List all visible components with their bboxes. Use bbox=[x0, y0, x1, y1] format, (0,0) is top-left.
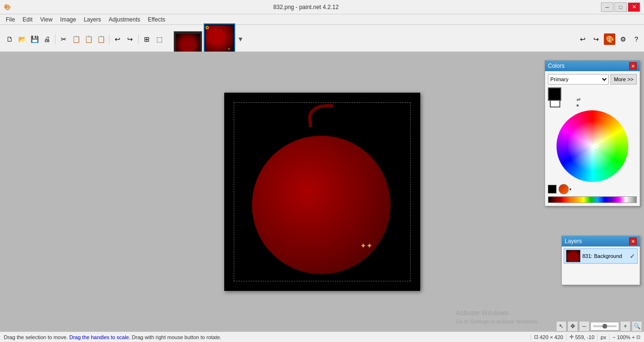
title-bar: 🎨 832.png - paint.net 4.2.12 ─ □ ✕ bbox=[0, 0, 644, 14]
hand-tool-icon[interactable]: ✥ bbox=[568, 321, 578, 331]
zoom-minus-icon[interactable]: − bbox=[612, 334, 615, 340]
menu-adjustments[interactable]: Adjustments bbox=[105, 15, 144, 24]
colors-title-bar[interactable]: Colors ✕ bbox=[545, 61, 640, 71]
color-cursor[interactable] bbox=[594, 144, 599, 149]
color-swatches-row: ⇄ ■ bbox=[548, 87, 637, 107]
status-separator-1 bbox=[531, 334, 531, 341]
toolbar-row: 🗋 📂 💾 🖨 ✂ 📋 📋 📋 ↩ ↪ ⊞ ⬚ ✦ bbox=[0, 25, 644, 53]
undo-history-icon[interactable]: ↩ bbox=[577, 33, 589, 45]
coord-icon: ✛ bbox=[569, 334, 574, 340]
black-color-button[interactable] bbox=[548, 185, 557, 193]
status-hint-part1: Drag the selection to move. bbox=[4, 334, 69, 340]
toolbar-separator-3 bbox=[138, 34, 139, 44]
redo-history-icon[interactable]: ↪ bbox=[590, 33, 602, 45]
swatch-container bbox=[548, 87, 572, 107]
menu-layers[interactable]: Layers bbox=[80, 15, 105, 24]
zoom-slider[interactable] bbox=[590, 322, 619, 331]
title-controls: ─ □ ✕ bbox=[601, 2, 640, 12]
status-unit: px bbox=[600, 334, 606, 340]
thumbnail-strip: ✦ ▾ bbox=[174, 23, 244, 55]
thumbnail-small[interactable] bbox=[174, 31, 202, 55]
settings-icon[interactable]: ⚙ bbox=[617, 33, 629, 45]
tb-open[interactable]: 📂 bbox=[16, 33, 28, 45]
zoom-track bbox=[593, 325, 617, 327]
app-icon: 🎨 bbox=[4, 4, 11, 11]
color-dropdown[interactable]: ▾ bbox=[569, 187, 571, 192]
size-icon: ⊡ bbox=[534, 334, 538, 340]
coord-value: 559, -10 bbox=[575, 334, 594, 340]
tb-ruler[interactable]: ⬚ bbox=[153, 33, 165, 45]
reset-colors-icon[interactable]: ■ bbox=[577, 103, 580, 107]
layer-thumb-visual bbox=[567, 250, 580, 262]
more-button[interactable]: More >> bbox=[611, 74, 637, 85]
menu-edit[interactable]: Edit bbox=[19, 15, 36, 24]
header-right-icons: ↩ ↪ 🎨 ⚙ ? bbox=[577, 33, 642, 45]
tb-new[interactable]: 🗋 bbox=[4, 33, 15, 45]
swatch-controls: ⇄ ■ bbox=[577, 97, 580, 107]
status-hint-part2: Drag the handles to scale. bbox=[69, 334, 132, 340]
color-picker-icon[interactable]: 🎨 bbox=[604, 33, 615, 45]
tb-redo[interactable]: ↪ bbox=[124, 33, 136, 45]
color-wheel[interactable] bbox=[557, 110, 628, 182]
colors-body: Primary Secondary More >> ⇄ ■ ▾ bbox=[545, 71, 640, 206]
thumbnail-active[interactable]: ✦ bbox=[204, 23, 235, 55]
status-coords: ✛ 559, -10 bbox=[569, 334, 594, 340]
size-value: 420 × 420 bbox=[540, 334, 563, 340]
toolbar: 🗋 📂 💾 🖨 ✂ 📋 📋 📋 ↩ ↪ ⊞ ⬚ bbox=[0, 25, 169, 53]
tb-save[interactable]: 💾 bbox=[29, 33, 40, 45]
layers-panel: Layers ✕ 831: Background ✓ bbox=[561, 235, 640, 285]
layers-close-button[interactable]: ✕ bbox=[629, 237, 637, 245]
layers-panel-title: Layers bbox=[565, 238, 582, 245]
minimize-button[interactable]: ─ bbox=[601, 2, 613, 12]
status-size: ⊡ 420 × 420 bbox=[534, 334, 563, 340]
menu-effects[interactable]: Effects bbox=[144, 15, 169, 24]
unit-value: px bbox=[600, 334, 606, 340]
menu-file[interactable]: File bbox=[2, 15, 19, 24]
apple-body bbox=[252, 136, 391, 274]
zoom-fit-status-icon[interactable]: ⊡ bbox=[636, 334, 640, 340]
tb-paste2[interactable]: 📋 bbox=[95, 33, 107, 45]
close-button[interactable]: ✕ bbox=[628, 2, 640, 12]
tb-cut[interactable]: ✂ bbox=[58, 33, 69, 45]
color-circle-row: ▾ bbox=[558, 184, 571, 194]
menu-view[interactable]: View bbox=[36, 15, 56, 24]
colors-panel-title: Colors bbox=[548, 63, 565, 69]
tb-paste[interactable]: 📋 bbox=[83, 33, 94, 45]
tb-copy[interactable]: 📋 bbox=[70, 33, 82, 45]
status-bar: Drag the selection to move. Drag the han… bbox=[0, 331, 644, 342]
tb-print[interactable]: 🖨 bbox=[41, 33, 53, 45]
tb-grid[interactable]: ⊞ bbox=[141, 33, 153, 45]
canvas-image: ✦✦ bbox=[224, 93, 420, 291]
toolbar-separator-1 bbox=[55, 34, 55, 44]
colors-close-button[interactable]: ✕ bbox=[629, 62, 637, 70]
thumbnail-dropdown[interactable]: ▾ bbox=[237, 34, 244, 43]
status-separator-2 bbox=[566, 334, 567, 341]
color-mode-select[interactable]: Primary Secondary bbox=[548, 74, 609, 85]
main-canvas[interactable]: ✦✦ bbox=[224, 93, 420, 291]
color-gradient-bar[interactable] bbox=[548, 196, 637, 203]
menu-bar: File Edit View Image Layers Adjustments … bbox=[0, 14, 644, 25]
zoom-fit-button[interactable]: 🔍 bbox=[632, 321, 642, 331]
zoom-handle[interactable] bbox=[602, 324, 607, 329]
bottom-toolbar: ↖ ✥ ─ + 🔍 bbox=[554, 321, 644, 331]
menu-image[interactable]: Image bbox=[56, 15, 80, 24]
primary-color-swatch[interactable] bbox=[548, 87, 561, 101]
zoom-tool-icon[interactable]: ↖ bbox=[556, 321, 567, 331]
layer-visibility-check[interactable]: ✓ bbox=[630, 252, 635, 260]
layer-name: 831: Background bbox=[582, 253, 628, 259]
color-mode-row: Primary Secondary More >> bbox=[548, 74, 637, 85]
zoom-plus-icon[interactable]: + bbox=[632, 334, 635, 340]
help-icon[interactable]: ? bbox=[631, 33, 642, 45]
color-circle[interactable] bbox=[558, 184, 569, 194]
colors-panel: Colors ✕ Primary Secondary More >> ⇄ ■ bbox=[545, 60, 640, 206]
layer-item[interactable]: 831: Background ✓ bbox=[564, 248, 638, 264]
zoom-value: 100% bbox=[617, 334, 630, 340]
status-hint-part3: Drag with right mouse button to rotate. bbox=[132, 334, 221, 340]
zoom-in-button[interactable]: + bbox=[620, 321, 631, 331]
zoom-out-button[interactable]: ─ bbox=[579, 321, 589, 331]
tb-undo[interactable]: ↩ bbox=[112, 33, 123, 45]
swap-colors-icon[interactable]: ⇄ bbox=[577, 97, 580, 102]
maximize-button[interactable]: □ bbox=[614, 2, 627, 12]
status-separator-4 bbox=[609, 334, 610, 341]
layers-title-bar[interactable]: Layers ✕ bbox=[562, 236, 640, 246]
